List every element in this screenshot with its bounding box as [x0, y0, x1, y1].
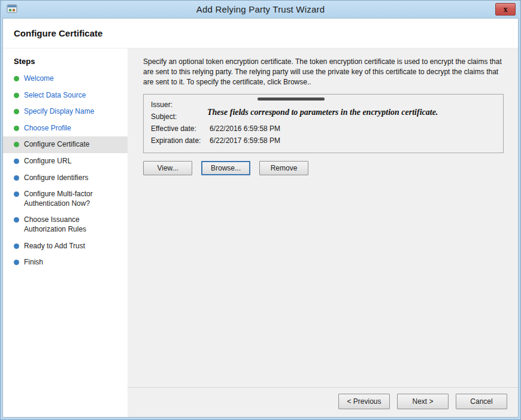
- sidebar-item-label: Configure Certificate: [24, 140, 89, 150]
- effective-date-row: Effective date: 6/22/2016 6:59:58 PM: [151, 124, 496, 133]
- step-pending-icon: [14, 191, 19, 197]
- step-done-icon: [14, 126, 19, 131]
- next-button[interactable]: Next >: [397, 394, 449, 409]
- window-frame: Configure Certificate Steps Welcome Sele…: [2, 18, 519, 418]
- step-pending-icon: [14, 244, 19, 249]
- sidebar-item-specify-display-name: Specify Display Name: [3, 104, 128, 120]
- issuer-label: Issuer:: [151, 101, 210, 109]
- sidebar-item-configure-identifiers: Configure Identifiers: [3, 170, 128, 187]
- sidebar-item-finish: Finish: [3, 254, 128, 271]
- sidebar-item-label: Configure Identifiers: [24, 174, 88, 183]
- sidebar-item-select-data-source: Select Data Source: [3, 87, 128, 104]
- sidebar-item-configure-mfa: Configure Multi-factor Authentication No…: [3, 186, 128, 212]
- sidebar-item-issuance-authorization-rules: Choose Issuance Authorization Rules: [3, 212, 128, 238]
- close-button[interactable]: x: [495, 3, 516, 16]
- window-title: Add Relying Party Trust Wizard: [2, 4, 519, 14]
- step-pending-icon: [14, 217, 19, 223]
- main-panel: Specify an optional token encryption cer…: [128, 48, 518, 417]
- browse-button[interactable]: Browse...: [201, 161, 250, 175]
- step-done-icon: [14, 76, 19, 81]
- close-icon: x: [504, 5, 508, 14]
- page-title: Configure Certificate: [14, 28, 102, 38]
- sidebar-item-label: Welcome: [24, 74, 54, 84]
- expiration-date-value: 6/22/2017 6:59:58 PM: [210, 136, 280, 145]
- adfs-wizard-icon: [6, 3, 18, 15]
- step-pending-icon: [14, 260, 19, 265]
- remove-button[interactable]: Remove: [259, 161, 308, 175]
- sidebar-item-label: Ready to Add Trust: [24, 242, 85, 251]
- sidebar-item-label: Finish: [24, 258, 43, 267]
- expiration-date-label: Expiration date:: [151, 136, 210, 145]
- step-current-icon: [14, 142, 19, 147]
- sidebar-item-welcome: Welcome: [3, 71, 128, 87]
- step-done-icon: [14, 109, 19, 114]
- effective-date-label: Effective date:: [151, 124, 210, 133]
- instruction-text: Specify an optional token encryption cer…: [143, 57, 504, 87]
- certificate-actions: View... Browse... Remove: [143, 161, 504, 175]
- steps-title: Steps: [3, 54, 128, 71]
- subject-label: Subject:: [151, 112, 210, 121]
- sidebar-item-ready-to-add-trust: Ready to Add Trust: [3, 238, 128, 255]
- steps-sidebar: Steps Welcome Select Data Source Specify…: [3, 48, 128, 417]
- annotation-note: These fields correspond to parameters in…: [207, 108, 495, 117]
- wizard-window: Add Relying Party Trust Wizard x Configu…: [0, 0, 521, 420]
- sidebar-item-choose-profile: Choose Profile: [3, 120, 128, 137]
- sidebar-item-label: Select Data Source: [24, 91, 86, 101]
- step-pending-icon: [14, 175, 19, 181]
- main-content: Specify an optional token encryption cer…: [128, 48, 518, 387]
- wizard-body: Steps Welcome Select Data Source Specify…: [3, 48, 518, 417]
- step-done-icon: [14, 93, 19, 98]
- previous-button[interactable]: < Previous: [338, 394, 390, 409]
- step-pending-icon: [14, 159, 19, 164]
- sidebar-item-configure-url: Configure URL: [3, 153, 128, 170]
- sidebar-item-label: Choose Issuance Authorization Rules: [24, 215, 123, 234]
- cancel-button[interactable]: Cancel: [456, 394, 507, 409]
- sidebar-item-label: Specify Display Name: [24, 107, 94, 117]
- sidebar-item-configure-certificate: Configure Certificate: [3, 136, 128, 153]
- sidebar-item-label: Configure Multi-factor Authentication No…: [24, 190, 123, 208]
- redacted-text-artifact: [258, 98, 325, 101]
- wizard-footer: < Previous Next > Cancel: [128, 387, 518, 417]
- effective-date-value: 6/22/2016 6:59:58 PM: [210, 124, 280, 133]
- titlebar[interactable]: Add Relying Party Trust Wizard x: [2, 1, 519, 18]
- page-header: Configure Certificate: [3, 19, 518, 48]
- certificate-details-box: These fields correspond to parameters in…: [143, 94, 504, 153]
- sidebar-item-label: Choose Profile: [24, 124, 71, 133]
- view-button[interactable]: View...: [143, 161, 192, 175]
- sidebar-item-label: Configure URL: [24, 157, 71, 166]
- expiration-date-row: Expiration date: 6/22/2017 6:59:58 PM: [151, 136, 496, 145]
